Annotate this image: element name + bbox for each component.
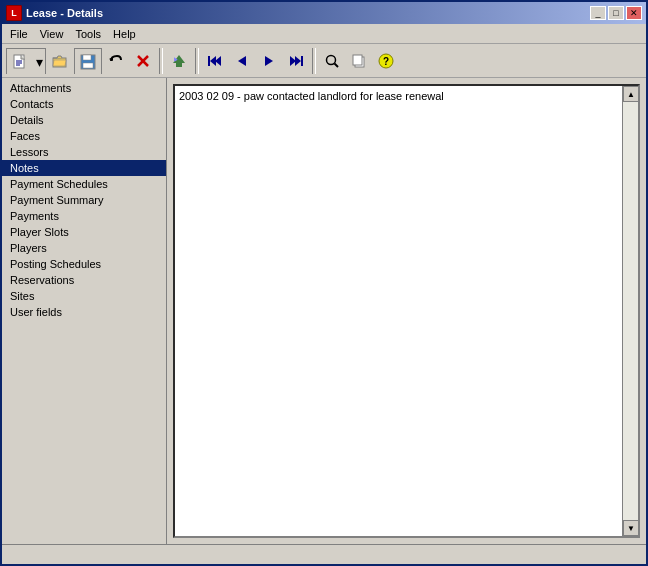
notes-content: 2003 02 09 - paw contacted landlord for … [179,90,616,102]
sidebar: Attachments Contacts Details Faces Lesso… [2,78,167,544]
search-icon [324,53,340,69]
titlebar: L Lease - Details _ □ ✕ [2,2,646,24]
window-title: Lease - Details [26,7,590,19]
new-icon [12,54,28,70]
new-dropdown-button[interactable]: ▾ [33,49,45,75]
delete-button[interactable] [130,48,156,74]
copy-icon [351,53,367,69]
svg-line-23 [335,63,339,67]
menu-help[interactable]: Help [107,26,142,42]
help-icon: ? [378,53,394,69]
close-button[interactable]: ✕ [626,6,642,20]
sidebar-item-sites[interactable]: Sites [2,288,166,304]
sidebar-item-details[interactable]: Details [2,112,166,128]
new-button[interactable] [7,49,33,75]
menu-view[interactable]: View [34,26,70,42]
sidebar-item-payment-summary[interactable]: Payment Summary [2,192,166,208]
next-button[interactable] [256,48,282,74]
delete-icon [135,53,151,69]
content-area: Attachments Contacts Details Faces Lesso… [2,78,646,544]
toolbar-separator-1 [159,48,163,74]
toolbar-separator-2 [195,48,199,74]
first-icon [207,53,223,69]
minimize-button[interactable]: _ [590,6,606,20]
next-icon [261,53,277,69]
sidebar-item-contacts[interactable]: Contacts [2,96,166,112]
svg-rect-7 [83,63,93,68]
prev-icon [234,53,250,69]
svg-rect-6 [83,55,91,60]
open-icon [52,53,68,69]
search-button[interactable] [319,48,345,74]
toolbar: ▾ [2,44,646,78]
sidebar-item-notes[interactable]: Notes [2,160,166,176]
copy-button[interactable] [346,48,372,74]
last-button[interactable] [283,48,309,74]
scroll-up-button[interactable]: ▲ [623,86,639,102]
save-icon [80,54,96,70]
menu-tools[interactable]: Tools [69,26,107,42]
sidebar-item-reservations[interactable]: Reservations [2,272,166,288]
notes-area[interactable]: 2003 02 09 - paw contacted landlord for … [173,84,640,538]
save-button[interactable] [75,49,101,75]
sidebar-item-lessors[interactable]: Lessors [2,144,166,160]
sidebar-item-faces[interactable]: Faces [2,128,166,144]
sidebar-item-payment-schedules[interactable]: Payment Schedules [2,176,166,192]
sidebar-item-posting-schedules[interactable]: Posting Schedules [2,256,166,272]
scroll-track [623,102,638,520]
undo-icon [108,53,124,69]
svg-rect-12 [176,63,182,67]
main-panel: 2003 02 09 - paw contacted landlord for … [167,78,646,544]
menu-file[interactable]: File [4,26,34,42]
scroll-down-button[interactable]: ▼ [623,520,639,536]
menubar: File View Tools Help [2,24,646,44]
statusbar [2,544,646,564]
toolbar-separator-3 [312,48,316,74]
svg-text:?: ? [383,56,389,67]
sidebar-item-players[interactable]: Players [2,240,166,256]
svg-marker-17 [238,56,246,66]
sidebar-item-player-slots[interactable]: Player Slots [2,224,166,240]
undo-button[interactable] [103,48,129,74]
sidebar-item-payments[interactable]: Payments [2,208,166,224]
notes-scrollbar: ▲ ▼ [622,86,638,536]
main-window: L Lease - Details _ □ ✕ File View Tools … [0,0,648,566]
open-button[interactable] [47,48,73,74]
svg-point-22 [327,55,336,64]
window-controls: _ □ ✕ [590,6,642,20]
sidebar-item-attachments[interactable]: Attachments [2,80,166,96]
prev-button[interactable] [229,48,255,74]
maximize-button[interactable]: □ [608,6,624,20]
app-icon: L [6,5,22,21]
last-icon [288,53,304,69]
help-button[interactable]: ? [373,48,399,74]
sidebar-item-user-fields[interactable]: User fields [2,304,166,320]
svg-marker-18 [265,56,273,66]
navigate-icon [171,53,187,69]
svg-rect-25 [353,55,362,65]
navigate-button[interactable] [166,48,192,74]
first-button[interactable] [202,48,228,74]
